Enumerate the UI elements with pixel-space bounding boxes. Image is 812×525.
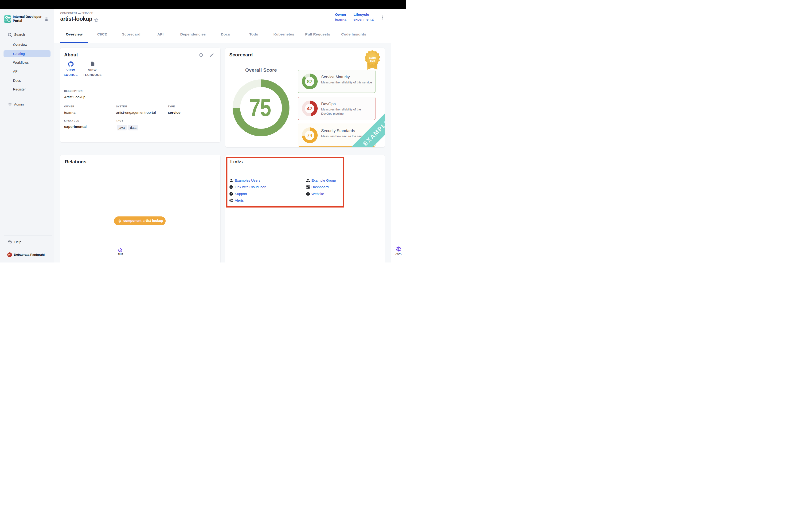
svg-text:Tier: Tier [369,59,375,63]
svg-text:?: ? [9,240,10,242]
